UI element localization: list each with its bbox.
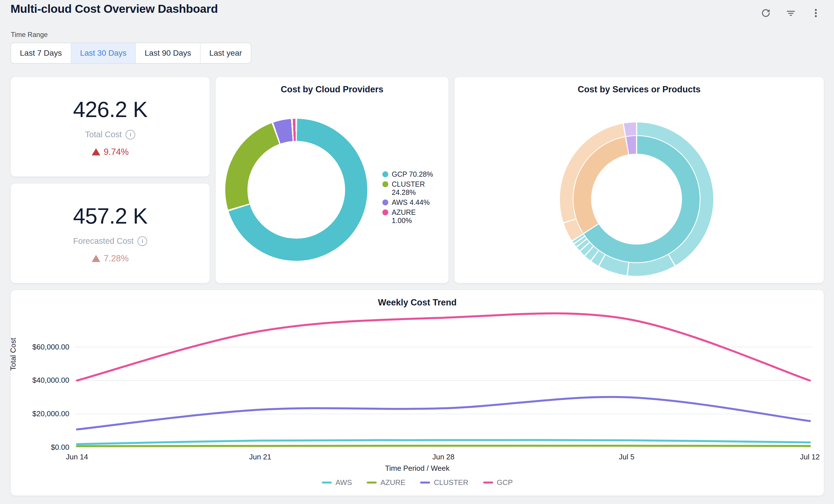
dashboard-page: Multi-cloud Cost Overview Dashboard Time… [0,0,834,504]
y-tick-label: $60,000.00 [10,343,69,351]
trend-legend-item-gcp[interactable]: GCP [483,478,513,487]
series-line-cluster[interactable] [77,397,810,429]
legend-label: CLUSTER 24.28% [392,180,438,197]
y-tick-label: $20,000.00 [10,409,69,418]
x-tick-label: Jun 14 [66,453,88,461]
legend-dash [420,482,430,484]
refresh-button[interactable] [759,6,773,20]
kpi-card-forecasted-cost: 457.2 K Forecasted Cost i 7.28% [10,183,210,283]
series-line-aws[interactable] [77,440,810,444]
chart-title: Weekly Cost Trend [11,298,824,308]
more-vertical-icon [810,8,821,19]
triangle-up-icon [92,148,100,155]
info-icon[interactable]: i [137,236,147,246]
legend-item-aws[interactable]: AWS 4.44% [382,198,438,206]
cost-by-providers-card: Cost by Cloud Providers GCP 70.28%CLUSTE… [215,77,449,283]
more-options-button[interactable] [809,6,822,20]
legend-label: AWS [335,478,352,487]
legend-label: GCP 70.28% [392,170,433,178]
legend-item-cluster[interactable]: CLUSTER 24.28% [382,180,438,197]
legend-dash [322,482,332,484]
legend-label: GCP [497,478,513,487]
time-range-group: Last 7 DaysLast 30 DaysLast 90 DaysLast … [10,43,251,64]
info-icon[interactable]: i [126,130,135,139]
legend-dot [382,199,388,205]
kpi-label: Forecasted Cost i [73,236,148,246]
kpi-label-text: Forecasted Cost [73,236,134,246]
kpi-label-text: Total Cost [85,130,122,139]
providers-legend: GCP 70.28%CLUSTER 24.28%AWS 4.44%AZURE 1… [382,170,438,225]
legend-dash [483,482,493,484]
time-range-option-last-90-days[interactable]: Last 90 Days [135,43,200,63]
kpi-delta-value: 7.28% [104,254,129,264]
chart-title: Cost by Services or Products [455,84,824,95]
trend-legend: AWSAZURECLUSTERGCP [11,478,824,487]
legend-label: AZURE 1.00% [392,208,438,225]
triangle-up-icon [92,255,100,262]
sunburst-hole [592,155,681,244]
legend-dot [382,181,388,187]
legend-dash [367,482,377,484]
kpi-value: 426.2 K [73,96,148,123]
refresh-icon [761,8,771,19]
weekly-cost-trend-card: Weekly Cost Trend Total Cost $0.00$20,00… [10,290,824,496]
legend-item-azure[interactable]: AZURE 1.00% [382,208,438,225]
providers-donut-chart[interactable] [225,119,367,261]
header-toolbar [759,6,822,20]
legend-label: CLUSTER [434,478,468,487]
y-axis: $0.00$20,000.00$40,000.00$60,000.00 [11,309,70,447]
x-tick-label: Jun 28 [432,453,455,461]
kpi-delta: 9.74% [92,147,129,157]
cost-by-services-card: Cost by Services or Products [454,77,824,283]
x-axis-title: Time Period / Week [11,464,824,473]
filter-button[interactable] [784,6,798,20]
legend-item-gcp[interactable]: GCP 70.28% [382,170,438,178]
time-range-label: Time Range [11,31,48,39]
x-tick-label: Jul 12 [800,453,819,461]
kpi-label: Total Cost i [85,130,135,139]
page-title: Multi-cloud Cost Overview Dashboard [10,2,218,16]
x-tick-label: Jul 5 [619,453,635,461]
time-range-option-last-year[interactable]: Last year [200,43,251,63]
trend-legend-item-azure[interactable]: AZURE [367,478,405,487]
kpi-card-total-cost: 426.2 K Total Cost i 9.74% [10,77,210,177]
kpi-delta-value: 9.74% [104,147,129,157]
services-sunburst-chart[interactable] [560,123,713,276]
y-tick-label: $0.00 [10,443,69,452]
trend-plot-area[interactable] [75,309,812,447]
trend-legend-item-cluster[interactable]: CLUSTER [420,478,468,487]
kpi-delta: 7.28% [92,254,129,264]
trend-legend-item-aws[interactable]: AWS [322,478,352,487]
series-line-azure[interactable] [77,446,810,446]
time-range-option-last-7-days[interactable]: Last 7 Days [11,43,71,63]
x-axis: Jun 14Jun 21Jun 28Jul 5Jul 12 [75,453,812,462]
legend-label: AWS 4.44% [392,198,430,206]
legend-label: AZURE [380,478,405,487]
legend-dot [382,171,388,177]
kpi-value: 457.2 K [73,203,148,229]
filter-icon [785,8,796,19]
donut-hole [247,141,345,239]
legend-dot [382,210,388,215]
x-tick-label: Jun 21 [249,453,271,461]
time-range-option-last-30-days[interactable]: Last 30 Days [71,43,135,63]
chart-title: Cost by Cloud Providers [216,84,448,95]
y-tick-label: $40,000.00 [10,376,69,385]
